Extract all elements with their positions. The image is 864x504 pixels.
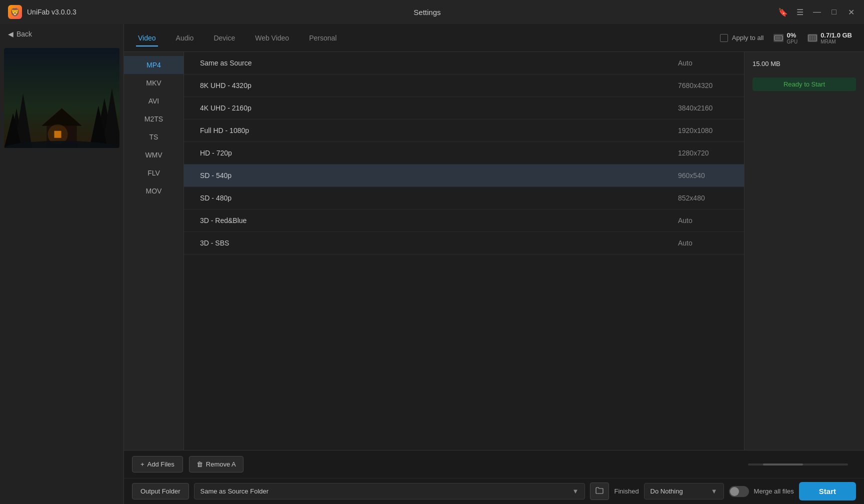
bookmark-icon[interactable]: 🔖 [778,7,788,17]
tab-audio[interactable]: Audio [174,30,196,46]
resolution-same-as-source[interactable]: Same as Source Auto [184,52,744,74]
scroll-indicator [748,464,848,466]
format-mp4[interactable]: MP4 [124,56,184,74]
folder-path-select[interactable]: Same as Source Folder ▼ [194,483,586,500]
finished-label: Finished [614,488,638,495]
format-mov[interactable]: MOV [124,182,184,200]
format-m2ts[interactable]: M2TS [124,110,184,128]
res-name-2: 4K UHD - 2160p [200,104,678,112]
format-wmv[interactable]: WMV [124,146,184,164]
thumbnail-background: 00:00 [4,48,120,148]
res-value-2: 3840x2160 [678,104,728,112]
video-thumbnail: 00:00 [4,48,120,148]
res-value-1: 7680x4320 [678,82,728,90]
ready-status-badge: Ready to Start [752,78,856,91]
right-panel: Video Audio Device Web Video Personal Ap… [124,24,864,504]
resolution-3d-red-blue[interactable]: 3D - Red&Blue Auto [184,210,744,232]
settings-title: Settings [76,8,778,16]
close-button[interactable]: ✕ [846,7,856,17]
resolution-540p[interactable]: SD - 540p 960x540 [184,164,744,187]
settings-tabs-header: Video Audio Device Web Video Personal Ap… [124,24,864,52]
tab-video[interactable]: Video [136,30,158,46]
remove-icon: 🗑 [196,460,203,468]
res-name-3: Full HD - 1080p [200,126,678,134]
format-flv[interactable]: FLV [124,164,184,182]
remove-all-button[interactable]: 🗑 Remove A [189,456,244,472]
format-mkv[interactable]: MKV [124,74,184,92]
gpu-value: 0% [786,32,798,39]
app-logo: 🦁 [8,5,22,19]
footer-bar: Output Folder Same as Source Folder ▼ Fi… [124,478,864,504]
res-name-7: 3D - Red&Blue [200,216,678,224]
merge-label: Merge all files [754,488,794,495]
merge-toggle[interactable] [729,486,749,497]
res-name-6: SD - 480p [200,194,678,202]
mram-label: MRAM [820,39,852,44]
res-value-4: 1280x720 [678,149,728,157]
resolution-3d-sbs[interactable]: 3D - SBS Auto [184,232,744,254]
res-value-8: Auto [678,239,728,247]
folder-path-label: Same as Source Folder [200,488,269,495]
start-button[interactable]: Start [799,482,856,500]
back-button[interactable]: ◀ Back [0,24,124,44]
res-value-5: 960x540 [678,172,728,180]
res-name-5: SD - 540p [200,172,678,180]
resolution-720p[interactable]: HD - 720p 1280x720 [184,142,744,164]
svg-rect-19 [810,36,811,40]
resolution-1080p[interactable]: Full HD - 1080p 1920x1080 [184,120,744,142]
header-right: Apply to all [720,32,852,44]
file-size-stat: 15.00 MB [752,60,856,68]
svg-rect-13 [776,36,780,40]
res-name-4: HD - 720p [200,149,678,157]
resolution-4k[interactable]: 4K UHD - 2160p 3840x2160 [184,97,744,120]
gpu-values: 0% GPU [786,32,798,44]
format-avi[interactable]: AVI [124,92,184,110]
svg-rect-21 [814,36,816,40]
back-label: Back [16,30,32,38]
mram-icon [808,34,818,42]
res-value-0: Auto [678,59,728,67]
scene-artwork [4,48,120,148]
gpu-icon [774,34,784,42]
info-panel: 15.00 MB Ready to Start [744,52,864,450]
folder-dropdown-icon: ▼ [572,488,579,495]
action-dropdown[interactable]: Do Nothing ▼ [644,483,724,500]
resolution-8k[interactable]: 8K UHD - 4320p 7680x4320 [184,74,744,97]
merge-toggle-area: Merge all files [729,486,794,497]
folder-browse-button[interactable] [590,482,609,500]
output-folder-button[interactable]: Output Folder [132,483,189,500]
left-panel: ◀ Back [0,24,124,504]
format-sidebar: MP4 MKV AVI M2TS TS WMV FLV MOV [124,52,184,450]
maximize-button[interactable]: □ [829,7,839,17]
scroll-thumb [763,464,803,466]
action-label: Do Nothing [650,488,707,495]
menu-icon[interactable]: ☰ [795,7,805,17]
svg-rect-20 [812,36,814,40]
res-value-3: 1920x1080 [678,126,728,134]
format-ts[interactable]: TS [124,128,184,146]
res-value-6: 852x480 [678,194,728,202]
add-files-label: Add Files [148,460,174,468]
folder-browse-icon [596,487,604,494]
add-files-button[interactable]: + Add Files [132,456,183,472]
gpu-label: GPU [786,39,798,44]
tab-device[interactable]: Device [212,30,237,46]
mram-values: 0.7/1.0 GB MRAM [820,32,852,44]
window-controls: 🔖 ☰ — □ ✕ [778,7,856,17]
back-arrow-icon: ◀ [8,30,14,38]
res-name-8: 3D - SBS [200,239,678,247]
apply-all-checkbox[interactable] [720,34,728,42]
tab-personal[interactable]: Personal [307,30,338,46]
bottom-bar: + Add Files 🗑 Remove A [124,450,864,478]
main-content: ◀ Back [0,24,864,504]
minimize-button[interactable]: — [812,7,822,17]
apply-all-control: Apply to all [720,34,764,42]
title-bar: 🦁 UniFab v3.0.0.3 Settings 🔖 ☰ — □ ✕ [0,0,864,24]
action-dropdown-icon: ▼ [711,488,718,495]
tab-web-video[interactable]: Web Video [253,30,291,46]
add-files-icon: + [140,460,144,468]
mram-stat: 0.7/1.0 GB MRAM [808,32,852,44]
app-window: 🦁 UniFab v3.0.0.3 Settings 🔖 ☰ — □ ✕ ◀ B… [0,0,864,504]
resolution-480p[interactable]: SD - 480p 852x480 [184,187,744,210]
apply-all-label: Apply to all [732,34,764,42]
